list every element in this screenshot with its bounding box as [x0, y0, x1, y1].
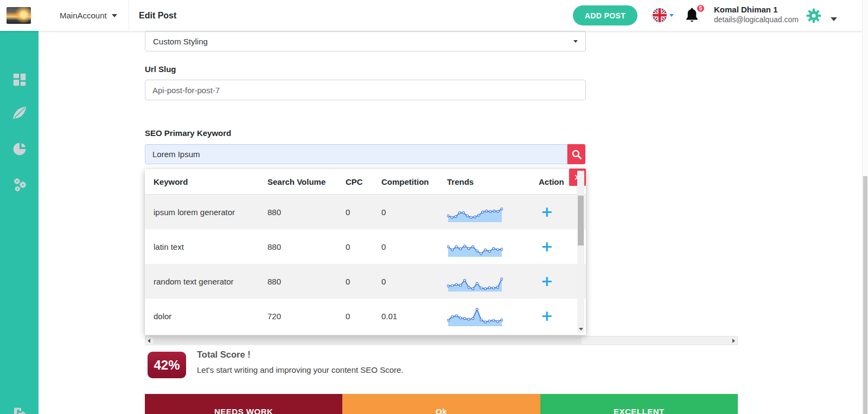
chevron-down-icon — [669, 14, 674, 17]
competition-cell: 0.01 — [381, 312, 447, 321]
dashboard-icon — [11, 72, 28, 88]
table-body: ipsum lorem generator88000 +latin text88… — [145, 195, 586, 333]
add-post-button[interactable]: ADD POST — [573, 5, 637, 25]
cpc-cell: 0 — [346, 277, 381, 286]
styling-select[interactable]: Custom Styling — [145, 31, 586, 51]
cpc-cell: 0 — [346, 312, 381, 321]
search-icon — [571, 149, 582, 160]
search-volume-cell: 720 — [267, 312, 346, 321]
chevron-down-icon — [112, 14, 117, 17]
sidebar-item-settings[interactable] — [0, 173, 39, 197]
notifications-button[interactable]: 5 — [685, 7, 705, 26]
trend-sparkline — [447, 270, 539, 292]
sidebar-item-analytics[interactable] — [0, 137, 39, 161]
pie-chart-icon — [12, 141, 27, 157]
trend-sparkline — [447, 201, 539, 223]
app-root: MainAccount Edit Post ADD POST — [0, 0, 868, 414]
score-bar-segment: Ok — [342, 394, 540, 414]
sidebar-item-content[interactable] — [0, 101, 39, 125]
url-slug-label: Url Slug — [145, 64, 176, 74]
score-title: Total Score ! — [197, 350, 251, 360]
score-badge: 42% — [148, 352, 186, 378]
score-bar-segment: NEEDS WORK — [145, 394, 342, 414]
keyword-search-button[interactable] — [567, 144, 585, 164]
add-keyword-button[interactable]: + — [539, 273, 555, 289]
top-header: MainAccount Edit Post ADD POST — [0, 0, 868, 31]
cpc-cell: 0 — [346, 208, 381, 217]
header-divider — [129, 0, 129, 31]
keyword-row: random text generator88000 + — [145, 264, 586, 299]
score-subtitle: Let's start writing and improving your c… — [197, 365, 404, 374]
keyword-cell: latin text — [154, 242, 267, 251]
add-keyword-button[interactable]: + — [539, 238, 555, 255]
column-search-volume: Search Volume — [267, 177, 346, 186]
search-volume-cell: 880 — [267, 242, 346, 251]
logout-icon — [12, 406, 27, 414]
panel-vertical-scrollbar[interactable] — [577, 171, 584, 333]
keyword-cell: ipsum lorem generator — [154, 208, 267, 217]
seo-keyword-input[interactable] — [145, 144, 567, 164]
page-title: Edit Post — [139, 0, 176, 31]
column-trends: Trends — [447, 177, 539, 186]
window-scrollbar-thumb[interactable] — [863, 176, 867, 414]
add-keyword-button[interactable]: + — [539, 204, 555, 220]
search-volume-cell: 880 — [267, 208, 346, 217]
sidebar — [0, 31, 39, 414]
table-header: Keyword Search Volume CPC Competition Tr… — [145, 169, 586, 195]
column-cpc: CPC — [346, 177, 381, 186]
seo-keyword-label: SEO Primary Keyword — [145, 128, 231, 138]
settings-gear-icon[interactable] — [806, 8, 821, 23]
keyword-cell: random text generator — [154, 277, 267, 286]
user-name: Komal Dhiman 1 — [714, 5, 799, 14]
styling-select-value: Custom Styling — [153, 37, 208, 46]
user-menu[interactable]: Komal Dhiman 1 details@logicalquad.com — [714, 5, 799, 24]
horizontal-scrollbar[interactable] — [145, 336, 738, 345]
gears-icon — [11, 177, 28, 193]
competition-cell: 0 — [381, 242, 447, 251]
horizontal-scrollbar-thumb[interactable] — [153, 337, 582, 344]
notification-badge: 5 — [696, 4, 705, 13]
vertical-scrollbar-thumb[interactable] — [578, 196, 584, 245]
competition-cell: 0 — [381, 277, 447, 286]
scroll-left-arrow-icon[interactable] — [148, 339, 150, 343]
keyword-row: ipsum lorem generator88000 + — [145, 195, 586, 229]
sidebar-item-dashboard[interactable] — [0, 68, 39, 92]
column-competition: Competition — [381, 177, 447, 186]
keyword-results-panel: ✕ Keyword Search Volume CPC Competition … — [145, 169, 586, 335]
column-keyword: Keyword — [154, 177, 267, 186]
score-bar-segment: EXCELLENT — [540, 394, 738, 414]
cpc-cell: 0 — [346, 242, 381, 251]
score-bar: NEEDS WORKOkEXCELLENT — [145, 394, 738, 414]
user-email: details@logicalquad.com — [714, 15, 799, 24]
language-dropdown[interactable] — [653, 8, 674, 22]
search-volume-cell: 880 — [267, 277, 346, 286]
uk-flag-icon — [653, 8, 667, 22]
account-dropdown[interactable]: MainAccount — [60, 0, 117, 31]
trend-sparkline — [447, 305, 539, 327]
keyword-row: dolor72000.01 + — [145, 299, 586, 333]
scroll-right-arrow-icon[interactable] — [732, 339, 735, 343]
competition-cell: 0 — [381, 208, 447, 217]
sidebar-item-logout[interactable] — [0, 402, 39, 414]
keyword-row: latin text88000 + — [145, 229, 586, 264]
leaf-icon — [11, 105, 28, 121]
url-slug-input[interactable] — [145, 80, 586, 100]
bell-icon — [685, 15, 699, 24]
add-keyword-button[interactable]: + — [539, 308, 555, 324]
scroll-down-arrow-icon[interactable] — [579, 328, 583, 331]
app-logo[interactable] — [7, 7, 31, 24]
user-chevron-down-icon[interactable] — [831, 14, 837, 23]
account-label: MainAccount — [60, 11, 107, 20]
trend-sparkline — [447, 236, 539, 257]
window-scrollbar[interactable] — [862, 0, 868, 414]
chevron-down-icon — [573, 40, 578, 43]
keyword-cell: dolor — [154, 312, 267, 321]
